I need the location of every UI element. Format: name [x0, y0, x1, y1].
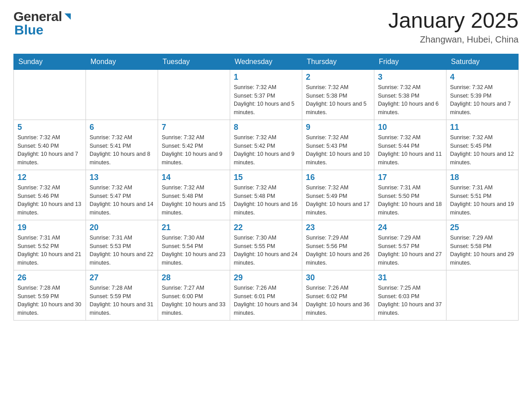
day-number: 11: [450, 123, 515, 132]
day-number: 10: [378, 123, 442, 132]
calendar-cell: 9Sunrise: 7:32 AM Sunset: 5:43 PM Daylig…: [302, 120, 374, 170]
day-info: Sunrise: 7:32 AM Sunset: 5:43 PM Dayligh…: [306, 133, 370, 167]
calendar-week-4: 19Sunrise: 7:31 AM Sunset: 5:52 PM Dayli…: [14, 220, 519, 270]
calendar-cell: 2Sunrise: 7:32 AM Sunset: 5:38 PM Daylig…: [302, 69, 374, 120]
calendar-cell: 6Sunrise: 7:32 AM Sunset: 5:41 PM Daylig…: [86, 120, 158, 170]
day-number: 2: [306, 73, 370, 82]
calendar-cell: 28Sunrise: 7:27 AM Sunset: 6:00 PM Dayli…: [158, 270, 230, 320]
page-header: General Blue January 2025 Zhangwan, Hube…: [13, 9, 519, 45]
day-info: Sunrise: 7:30 AM Sunset: 5:55 PM Dayligh…: [234, 234, 298, 267]
day-info: Sunrise: 7:32 AM Sunset: 5:45 PM Dayligh…: [450, 133, 515, 167]
calendar-cell: 18Sunrise: 7:31 AM Sunset: 5:51 PM Dayli…: [446, 170, 519, 220]
calendar-cell: 24Sunrise: 7:29 AM Sunset: 5:57 PM Dayli…: [374, 220, 446, 270]
day-info: Sunrise: 7:32 AM Sunset: 5:48 PM Dayligh…: [234, 184, 298, 217]
day-number: 31: [378, 273, 442, 283]
day-info: Sunrise: 7:25 AM Sunset: 6:03 PM Dayligh…: [378, 284, 442, 317]
month-title: January 2025: [388, 9, 519, 33]
day-number: 24: [378, 223, 442, 232]
calendar-cell: 7Sunrise: 7:32 AM Sunset: 5:42 PM Daylig…: [158, 120, 230, 170]
logo-general-text: General: [13, 9, 62, 24]
day-number: 12: [17, 173, 82, 182]
day-info: Sunrise: 7:26 AM Sunset: 6:01 PM Dayligh…: [234, 284, 298, 317]
day-info: Sunrise: 7:32 AM Sunset: 5:42 PM Dayligh…: [162, 133, 226, 167]
calendar-cell: 26Sunrise: 7:28 AM Sunset: 5:59 PM Dayli…: [14, 270, 86, 320]
calendar-cell: [158, 69, 230, 120]
calendar-cell: 14Sunrise: 7:32 AM Sunset: 5:48 PM Dayli…: [158, 170, 230, 220]
day-info: Sunrise: 7:32 AM Sunset: 5:49 PM Dayligh…: [306, 184, 370, 217]
day-info: Sunrise: 7:32 AM Sunset: 5:48 PM Dayligh…: [162, 184, 226, 217]
calendar-week-1: 1Sunrise: 7:32 AM Sunset: 5:37 PM Daylig…: [14, 69, 519, 120]
day-number: 20: [90, 223, 154, 232]
calendar-cell: 30Sunrise: 7:26 AM Sunset: 6:02 PM Dayli…: [302, 270, 374, 320]
calendar-header-friday: Friday: [374, 54, 446, 69]
day-info: Sunrise: 7:32 AM Sunset: 5:42 PM Dayligh…: [234, 133, 298, 167]
calendar-cell: 22Sunrise: 7:30 AM Sunset: 5:55 PM Dayli…: [230, 220, 302, 270]
day-number: 9: [306, 123, 370, 132]
logo-blue-label: Blue: [14, 22, 43, 37]
day-info: Sunrise: 7:32 AM Sunset: 5:46 PM Dayligh…: [17, 184, 82, 217]
calendar-cell: [14, 69, 86, 120]
logo: General Blue: [13, 9, 73, 38]
calendar-header-sunday: Sunday: [14, 54, 86, 69]
calendar-cell: 23Sunrise: 7:29 AM Sunset: 5:56 PM Dayli…: [302, 220, 374, 270]
day-info: Sunrise: 7:28 AM Sunset: 5:59 PM Dayligh…: [90, 284, 154, 317]
calendar-cell: 20Sunrise: 7:31 AM Sunset: 5:53 PM Dayli…: [86, 220, 158, 270]
day-info: Sunrise: 7:29 AM Sunset: 5:56 PM Dayligh…: [306, 234, 370, 267]
day-info: Sunrise: 7:27 AM Sunset: 6:00 PM Dayligh…: [162, 284, 226, 317]
calendar-header-monday: Monday: [86, 54, 158, 69]
day-info: Sunrise: 7:32 AM Sunset: 5:40 PM Dayligh…: [17, 133, 82, 167]
day-number: 15: [234, 173, 298, 182]
day-info: Sunrise: 7:30 AM Sunset: 5:54 PM Dayligh…: [162, 234, 226, 267]
day-number: 21: [162, 223, 226, 232]
day-number: 27: [90, 273, 154, 283]
day-number: 8: [234, 123, 298, 132]
day-number: 25: [450, 223, 515, 232]
day-number: 4: [450, 73, 515, 82]
calendar-cell: 31Sunrise: 7:25 AM Sunset: 6:03 PM Dayli…: [374, 270, 446, 320]
day-number: 23: [306, 223, 370, 232]
calendar-cell: 5Sunrise: 7:32 AM Sunset: 5:40 PM Daylig…: [14, 120, 86, 170]
location: Zhangwan, Hubei, China: [388, 34, 519, 45]
calendar-cell: 8Sunrise: 7:32 AM Sunset: 5:42 PM Daylig…: [230, 120, 302, 170]
day-number: 28: [162, 273, 226, 283]
calendar-week-5: 26Sunrise: 7:28 AM Sunset: 5:59 PM Dayli…: [14, 270, 519, 320]
day-number: 7: [162, 123, 226, 132]
day-info: Sunrise: 7:32 AM Sunset: 5:38 PM Dayligh…: [378, 83, 442, 117]
calendar-cell: 11Sunrise: 7:32 AM Sunset: 5:45 PM Dayli…: [446, 120, 519, 170]
day-info: Sunrise: 7:26 AM Sunset: 6:02 PM Dayligh…: [306, 284, 370, 317]
day-number: 22: [234, 223, 298, 232]
day-info: Sunrise: 7:29 AM Sunset: 5:57 PM Dayligh…: [378, 234, 442, 267]
day-info: Sunrise: 7:32 AM Sunset: 5:44 PM Dayligh…: [378, 133, 442, 167]
day-number: 26: [17, 273, 82, 283]
calendar-cell: 12Sunrise: 7:32 AM Sunset: 5:46 PM Dayli…: [14, 170, 86, 220]
calendar-cell: 19Sunrise: 7:31 AM Sunset: 5:52 PM Dayli…: [14, 220, 86, 270]
day-info: Sunrise: 7:32 AM Sunset: 5:47 PM Dayligh…: [90, 184, 154, 217]
day-number: 30: [306, 273, 370, 283]
calendar-header-thursday: Thursday: [302, 54, 374, 69]
calendar-cell: 15Sunrise: 7:32 AM Sunset: 5:48 PM Dayli…: [230, 170, 302, 220]
logo-blue-text: [62, 11, 73, 22]
day-number: 14: [162, 173, 226, 182]
day-info: Sunrise: 7:32 AM Sunset: 5:39 PM Dayligh…: [450, 83, 515, 117]
calendar-cell: [86, 69, 158, 120]
title-section: January 2025 Zhangwan, Hubei, China: [388, 9, 519, 45]
calendar-header-tuesday: Tuesday: [158, 54, 230, 69]
calendar-header-saturday: Saturday: [446, 54, 519, 69]
calendar-cell: 10Sunrise: 7:32 AM Sunset: 5:44 PM Dayli…: [374, 120, 446, 170]
day-info: Sunrise: 7:32 AM Sunset: 5:37 PM Dayligh…: [234, 83, 298, 117]
day-info: Sunrise: 7:31 AM Sunset: 5:51 PM Dayligh…: [450, 184, 515, 217]
calendar-table: SundayMondayTuesdayWednesdayThursdayFrid…: [13, 54, 519, 321]
day-number: 6: [90, 123, 154, 132]
day-number: 13: [90, 173, 154, 182]
calendar-cell: [446, 270, 519, 320]
day-number: 16: [306, 173, 370, 182]
day-number: 3: [378, 73, 442, 82]
calendar-cell: 29Sunrise: 7:26 AM Sunset: 6:01 PM Dayli…: [230, 270, 302, 320]
day-info: Sunrise: 7:31 AM Sunset: 5:53 PM Dayligh…: [90, 234, 154, 267]
calendar-cell: 4Sunrise: 7:32 AM Sunset: 5:39 PM Daylig…: [446, 69, 519, 120]
calendar-cell: 1Sunrise: 7:32 AM Sunset: 5:37 PM Daylig…: [230, 69, 302, 120]
day-number: 17: [378, 173, 442, 182]
calendar-header-row: SundayMondayTuesdayWednesdayThursdayFrid…: [14, 54, 519, 69]
calendar-cell: 21Sunrise: 7:30 AM Sunset: 5:54 PM Dayli…: [158, 220, 230, 270]
day-number: 19: [17, 223, 82, 232]
